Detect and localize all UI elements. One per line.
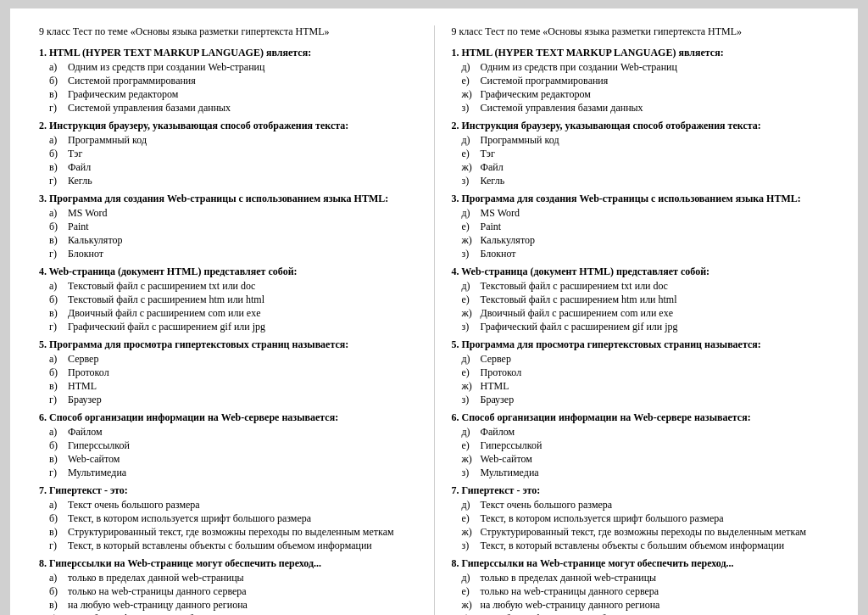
answer-letter: ж) [462,307,481,320]
answer-item: з)Кегль [462,175,830,187]
answer-item: ж)Структурированный текст, где возможны … [462,526,830,539]
answer-text: Системой управления базами данных [68,102,417,115]
answer-text: Текст очень большого размера [481,499,830,512]
question-7: 7. Гипертекст - это: [39,484,417,497]
answer-item: г)Текст, в который вставлены объекты с б… [49,540,417,552]
answer-item: б)Системой программирования [49,75,417,87]
answer-item: в)Структурированный текст, где возможны … [49,526,417,539]
answer-letter: в) [49,380,68,393]
answer-item: д)Программный код [462,134,830,147]
answer-item: д)MS Word [462,207,830,220]
answer-text: Web-сайтом [481,453,830,466]
page-container: 9 класс Тест по теме «Основы языка разме… [10,8,858,615]
answer-text: Файл [68,161,417,174]
answer-text: Тэг [68,148,417,160]
answer-item: а)MS Word [49,207,417,220]
answer-item: г)Кегль [49,175,417,187]
answer-letter: ж) [462,88,481,101]
answer-text: Сервер [481,353,830,366]
answer-item: а)Текстовый файл с расширением txt или d… [49,280,417,293]
answer-item: а)Текст очень большого размера [49,499,417,512]
answer-text: Одним из средств при создании Web-страни… [68,61,417,74]
answer-text: Кегль [481,175,830,187]
answer-item: г)Блокнот [49,248,417,260]
answer-item: в)Двоичный файл с расширением com или ex… [49,307,417,320]
answer-letter: в) [49,526,68,539]
answer-text: Paint [481,221,830,233]
answer-letter: з) [462,102,481,115]
answer-text: Paint [68,221,417,233]
answer-text: Браузер [481,394,830,406]
answer-letter: а) [49,280,68,293]
answer-letter: б) [49,148,68,160]
answer-text: только на web-страницы данного сервера [68,585,417,598]
answer-item: г)Графический файл с расширением gif или… [49,321,417,333]
answer-item: а)только в пределах данной web-страницы [49,572,417,584]
answer-letter: а) [49,134,68,147]
answer-text: Графический файл с расширением gif или j… [68,321,417,333]
answer-text: Текстовый файл с расширением htm или htm… [481,294,830,306]
answer-letter: г) [49,248,68,260]
answer-text: Блокнот [481,248,830,260]
answer-item: в)Файл [49,161,417,174]
question-8: 8. Гиперссылки на Web-странице могут обе… [452,557,830,570]
answer-item: е)Гиперссылкой [462,439,830,452]
answer-letter: д) [462,353,481,366]
answer-text: Текст, в который вставлены объекты с бол… [68,540,417,552]
answer-item: з)Браузер [462,394,830,406]
answer-item: а)Одним из средств при создании Web-стра… [49,61,417,74]
answer-item: з)Мультимедиа [462,467,830,479]
answer-item: з)Системой управления базами данных [462,102,830,115]
answer-letter: д) [462,499,481,512]
answer-text: на любую web-страницу данного региона [68,599,417,612]
answer-item: д)Текстовый файл с расширением txt или d… [462,280,830,293]
question-6: 6. Способ организации информации на Web-… [39,411,417,424]
answer-letter: б) [49,585,68,598]
answer-letter: з) [462,248,481,260]
answer-item: д)только в пределах данной web-страницы [462,572,830,584]
answer-item: ж)Графическим редактором [462,88,830,101]
answer-text: Текст, в котором используется шрифт боль… [68,512,417,525]
answer-text: Протокол [481,366,830,379]
answer-item: а)Программный код [49,134,417,147]
answer-letter: в) [49,88,68,101]
question-6: 6. Способ организации информации на Web-… [452,411,830,424]
question-5: 5. Программа для просмотра гипертекстовы… [39,338,417,351]
answer-text: Блокнот [68,248,417,260]
answer-text: Программный код [68,134,417,147]
answer-letter: б) [49,512,68,525]
column-2: 9 класс Тест по теме «Основы языка разме… [435,25,838,615]
answer-item: з)Блокнот [462,248,830,260]
answer-text: Одним из средств при создании Web-страни… [481,61,830,74]
answer-text: Текстовый файл с расширением txt или doc [481,280,830,293]
answer-text: Кегль [68,175,417,187]
answer-letter: г) [49,321,68,333]
answer-item: в)Калькулятор [49,234,417,247]
answer-item: в)HTML [49,380,417,393]
answer-item: е)Текст, в котором используется шрифт бо… [462,512,830,525]
answer-item: б)Paint [49,221,417,233]
answer-letter: з) [462,175,481,187]
answer-letter: а) [49,572,68,584]
answer-letter: а) [49,353,68,366]
answer-text: Текст, в котором используется шрифт боль… [481,512,830,525]
answer-letter: е) [462,148,481,160]
answer-item: б)Протокол [49,366,417,379]
answer-text: Текст очень большого размера [68,499,417,512]
question-3: 3. Программа для создания Web-страницы с… [452,193,830,205]
answer-item: в)Web-сайтом [49,453,417,466]
answer-item: в)на любую web-страницу данного региона [49,599,417,612]
answer-letter: ж) [462,599,481,612]
question-7: 7. Гипертекст - это: [452,484,830,497]
answer-text: Системой программирования [68,75,417,87]
answer-item: д)Файлом [462,426,830,439]
question-2: 2. Инструкция браузеру, указывающая спос… [452,120,830,132]
answer-item: б)только на web-страницы данного сервера [49,585,417,598]
answer-item: е)Paint [462,221,830,233]
answer-item: з)Графический файл с расширением gif или… [462,321,830,333]
answer-text: только на web-страницы данного сервера [481,585,830,598]
answer-letter: е) [462,512,481,525]
answer-item: е)только на web-страницы данного сервера [462,585,830,598]
answer-letter: в) [49,234,68,247]
answer-item: д)Сервер [462,353,830,366]
